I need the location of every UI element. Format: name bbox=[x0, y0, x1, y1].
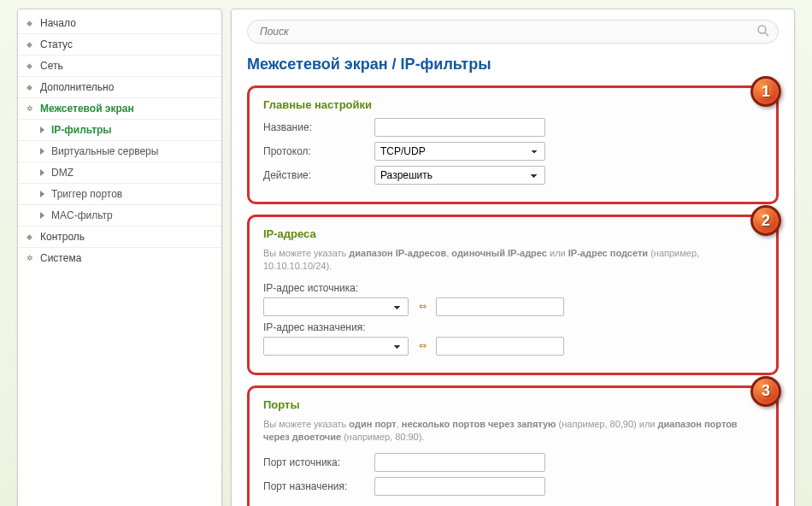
sidebar-sub-vservers[interactable]: Виртуальные серверы bbox=[18, 141, 221, 162]
section-main-settings: 1 Главные настройки Название: Протокол: … bbox=[247, 85, 779, 204]
sidebar-item-system[interactable]: ✲Система bbox=[18, 248, 221, 268]
search-icon bbox=[756, 24, 770, 38]
sidebar-item-control[interactable]: ◆Контроль bbox=[18, 227, 221, 248]
port-dst-input[interactable] bbox=[374, 477, 545, 496]
tri-icon bbox=[40, 126, 44, 133]
label-protocol: Протокол: bbox=[263, 145, 374, 157]
main-panel: Межсетевой экран / IP-фильтры 1 Главные … bbox=[231, 9, 795, 506]
action-select[interactable]: Разрешить bbox=[374, 166, 545, 185]
bullet-icon: ◆ bbox=[26, 84, 33, 91]
hint-text: Вы можете указать один порт, несколько п… bbox=[263, 418, 762, 444]
gear-icon: ✲ bbox=[26, 255, 33, 262]
svg-point-0 bbox=[758, 26, 766, 33]
page-title: Межсетевой экран / IP-фильтры bbox=[247, 56, 779, 74]
sidebar-item-advanced[interactable]: ◆Дополнительно bbox=[18, 77, 221, 98]
sidebar-sub-macfilter[interactable]: MAC-фильтр bbox=[18, 205, 221, 227]
label-ip-dst: IP-адрес назначения: bbox=[263, 321, 365, 333]
bullet-icon: ◆ bbox=[26, 41, 33, 48]
sidebar-item-label: IP-фильтры bbox=[51, 124, 112, 136]
label-ip-src: IP-адрес источника: bbox=[263, 282, 358, 294]
search-row bbox=[247, 20, 779, 44]
sidebar-item-label: Контроль bbox=[40, 231, 85, 243]
search-input[interactable] bbox=[247, 20, 779, 44]
sidebar-sub-porttrigger[interactable]: Триггер портов bbox=[18, 184, 221, 205]
section-title: IP-адреса bbox=[263, 227, 762, 240]
label-name: Название: bbox=[263, 121, 374, 133]
sidebar-item-label: Система bbox=[40, 252, 81, 264]
section-ports: 3 Порты Вы можете указать один порт, нес… bbox=[247, 385, 779, 506]
label-port-dst: Порт назначения: bbox=[263, 480, 374, 492]
gear-icon: ✲ bbox=[26, 105, 33, 112]
sidebar-item-label: Виртуальные серверы bbox=[51, 145, 158, 157]
label-port-src: Порт источника: bbox=[263, 456, 374, 468]
ip-src-select[interactable] bbox=[263, 297, 409, 316]
sidebar-item-network[interactable]: ◆Сеть bbox=[18, 56, 221, 77]
sidebar-item-label: MAC-фильтр bbox=[51, 209, 113, 221]
sidebar-item-firewall[interactable]: ✲Межсетевой экран bbox=[18, 98, 221, 120]
tri-icon bbox=[40, 169, 44, 176]
range-icon: ⇔ bbox=[415, 300, 429, 314]
range-icon: ⇔ bbox=[415, 339, 429, 353]
name-input[interactable] bbox=[374, 118, 545, 137]
ip-dst-input[interactable] bbox=[436, 337, 564, 356]
sidebar-item-start[interactable]: ◆Начало bbox=[18, 13, 221, 34]
port-src-input[interactable] bbox=[374, 453, 545, 472]
label-action: Действие: bbox=[263, 169, 374, 181]
step-badge-2: 2 bbox=[750, 205, 781, 236]
sidebar-item-label: Дополнительно bbox=[40, 81, 114, 93]
step-badge-3: 3 bbox=[750, 376, 781, 407]
bullet-icon: ◆ bbox=[26, 62, 33, 69]
svg-line-1 bbox=[765, 32, 768, 36]
tri-icon bbox=[40, 148, 44, 155]
section-title: Порты bbox=[263, 398, 762, 411]
bullet-icon: ◆ bbox=[26, 233, 33, 240]
step-badge-1: 1 bbox=[750, 76, 781, 107]
bullet-icon: ◆ bbox=[26, 20, 33, 26]
ip-dst-select[interactable] bbox=[263, 337, 409, 356]
sidebar-item-label: Триггер портов bbox=[51, 188, 122, 200]
protocol-select[interactable]: TCP/UDP bbox=[374, 142, 545, 161]
section-ip-addresses: 2 IP-адреса Вы можете указать диапазон I… bbox=[247, 215, 779, 375]
sidebar-sub-dmz[interactable]: DMZ bbox=[18, 162, 221, 184]
sidebar-item-label: Статус bbox=[40, 38, 73, 50]
section-title: Главные настройки bbox=[263, 98, 762, 111]
sidebar-sub-ipfilters[interactable]: IP-фильтры bbox=[18, 120, 221, 141]
tri-icon bbox=[40, 191, 44, 197]
sidebar-item-label: Межсетевой экран bbox=[40, 103, 134, 115]
ip-src-input[interactable] bbox=[436, 297, 564, 316]
sidebar-item-status[interactable]: ◆Статус bbox=[18, 34, 221, 56]
sidebar-item-label: Начало bbox=[40, 17, 76, 29]
tri-icon bbox=[40, 212, 44, 219]
sidebar-item-label: Сеть bbox=[40, 60, 63, 72]
sidebar-item-label: DMZ bbox=[51, 167, 74, 179]
sidebar: ◆Начало ◆Статус ◆Сеть ◆Дополнительно ✲Ме… bbox=[17, 9, 222, 506]
hint-text: Вы можете указать диапазон IP-адресов, о… bbox=[263, 247, 762, 274]
